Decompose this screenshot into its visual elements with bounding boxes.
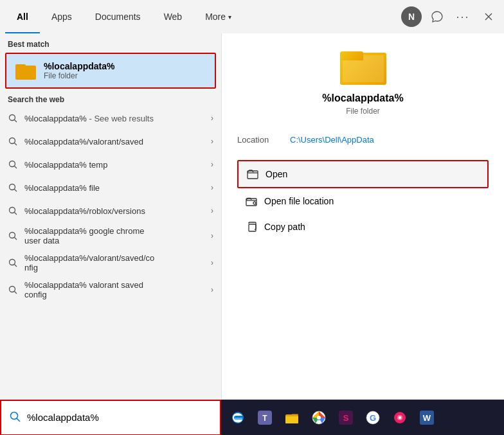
svg-text:T: T (262, 414, 267, 423)
chrome-icon[interactable] (307, 406, 330, 429)
search-icon-bottom (9, 411, 21, 425)
slack-icon[interactable]: S (334, 406, 357, 429)
location-icon (245, 195, 258, 208)
svg-line-24 (17, 418, 20, 422)
web-result-text: %localappdata% temp (24, 160, 211, 170)
right-panel: %localappdata% File folder Location C:\U… (221, 33, 504, 399)
best-match-subtitle: File folder (44, 71, 207, 80)
search-web-label: Search the web (0, 89, 221, 107)
right-panel-header: %localappdata% File folder (237, 46, 489, 116)
taskbar-area: T S (221, 400, 504, 436)
web-result-item[interactable]: %localappdata% - See web results › (0, 107, 221, 130)
chevron-right-icon: › (211, 114, 213, 123)
more-options-icon[interactable]: ··· (453, 6, 473, 27)
open-button[interactable]: Open (237, 160, 489, 188)
chevron-right-icon: › (211, 137, 213, 146)
bottom-bar: %localappdata% T (0, 399, 504, 435)
svg-line-5 (15, 143, 17, 146)
chevron-right-icon: › (211, 206, 213, 215)
file-explorer-icon[interactable] (280, 406, 303, 429)
web-result-item[interactable]: %localappdata%/valorant/saved › (0, 130, 221, 153)
close-button[interactable] (478, 6, 499, 27)
tab-documents[interactable]: Documents (84, 0, 152, 33)
svg-line-3 (15, 120, 17, 123)
photos-icon[interactable] (388, 406, 411, 429)
web-result-text: %localappdata% valorant savedconfig (24, 280, 211, 299)
web-result-text: %localappdata% google chromeuser data (24, 226, 211, 245)
web-result-item[interactable]: %localappdata% valorant savedconfig › (0, 276, 221, 303)
chevron-right-icon: › (211, 160, 213, 169)
copy-icon (245, 220, 258, 233)
web-result-text: %localappdata%/valorant/saved/config (24, 253, 211, 272)
svg-text:G: G (370, 413, 376, 423)
web-result-text: %localappdata%/roblox/versions (24, 206, 211, 216)
web-result-item[interactable]: %localappdata% google chromeuser data › (0, 222, 221, 249)
web-result-item[interactable]: %localappdata%/valorant/saved/config › (0, 249, 221, 276)
top-navigation: All Apps Documents Web More ▾ N ··· (0, 0, 504, 33)
svg-point-8 (10, 184, 15, 190)
svg-point-32 (317, 416, 321, 420)
search-icon (8, 285, 18, 295)
open-file-location-label: Open file location (264, 196, 334, 206)
right-panel-title: %localappdata% (322, 93, 403, 104)
chevron-right-icon: › (211, 231, 213, 240)
svg-text:S: S (343, 413, 349, 423)
location-value[interactable]: C:\Users\Dell\AppData (290, 135, 374, 145)
teams-icon[interactable]: T (253, 406, 276, 429)
search-icon (8, 258, 18, 268)
web-result-item[interactable]: %localappdata% temp › (0, 153, 221, 176)
best-match-label: Best match (0, 33, 221, 53)
search-icon (8, 136, 18, 146)
svg-point-12 (10, 233, 15, 238)
web-result-item[interactable]: %localappdata% file › (0, 176, 221, 199)
chevron-right-icon: › (211, 183, 213, 192)
svg-point-14 (10, 260, 15, 265)
best-match-item[interactable]: %localappdata% File folder (5, 53, 216, 89)
tab-apps[interactable]: Apps (40, 0, 84, 33)
tab-all[interactable]: All (5, 0, 40, 33)
search-icon (8, 159, 18, 170)
left-panel: Best match %localappdata% File folder Se… (0, 33, 221, 399)
svg-rect-22 (249, 224, 256, 231)
search-icon (8, 113, 18, 123)
feedback-icon[interactable] (427, 6, 447, 27)
chevron-right-icon: › (211, 285, 213, 294)
svg-point-20 (253, 202, 256, 204)
tab-more[interactable]: More ▾ (194, 0, 243, 33)
avatar[interactable]: N (401, 6, 422, 27)
svg-point-23 (11, 412, 18, 419)
svg-line-9 (15, 190, 17, 192)
chevron-right-icon: › (211, 258, 213, 267)
copy-path-button[interactable]: Copy path (237, 214, 489, 240)
svg-point-16 (10, 287, 15, 292)
open-label: Open (266, 169, 287, 179)
svg-text:W: W (423, 413, 431, 423)
edge-icon[interactable] (226, 406, 249, 429)
open-file-location-button[interactable]: Open file location (237, 188, 489, 214)
word-icon[interactable]: W (415, 406, 438, 429)
svg-rect-29 (285, 416, 298, 423)
web-result-text: %localappdata% file (24, 183, 211, 193)
google-icon[interactable]: G (361, 406, 384, 429)
best-match-title: %localappdata% (44, 61, 207, 71)
web-result-item[interactable]: %localappdata%/roblox/versions › (0, 199, 221, 222)
search-icon (8, 206, 18, 216)
search-input[interactable]: %localappdata% (27, 412, 212, 423)
svg-line-15 (15, 265, 17, 267)
right-panel-subtitle: File folder (346, 107, 380, 116)
tab-web[interactable]: Web (152, 0, 194, 33)
svg-point-2 (10, 115, 15, 121)
action-list: Open Open file location (237, 160, 489, 240)
svg-line-11 (15, 213, 17, 215)
svg-line-17 (15, 292, 17, 294)
folder-icon-large (340, 46, 386, 85)
web-result-text: %localappdata% - See web results (24, 114, 211, 123)
location-label: Location (237, 135, 282, 145)
svg-point-4 (10, 138, 15, 144)
search-input-area[interactable]: %localappdata% (0, 400, 221, 436)
main-content: Best match %localappdata% File folder Se… (0, 33, 504, 399)
open-icon (246, 168, 259, 181)
svg-line-7 (15, 166, 17, 169)
svg-point-39 (399, 416, 401, 419)
search-icon (8, 182, 18, 193)
